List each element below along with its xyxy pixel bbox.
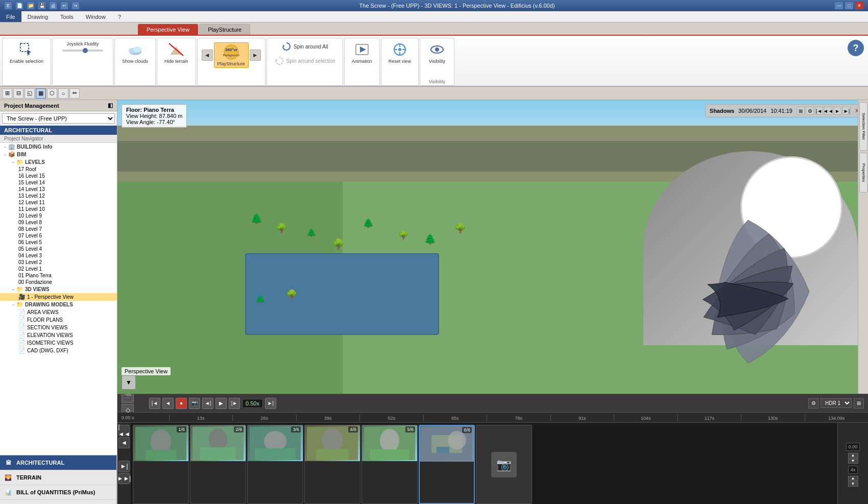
next-nav-button[interactable]: ►	[250, 50, 261, 61]
toolbar-btn-1[interactable]: ⊞	[2, 88, 12, 99]
collapse-icon[interactable]: ◧	[108, 102, 113, 109]
tree-3d-views[interactable]: − 📁 3D VIEWS	[0, 285, 117, 293]
tree-perspective-view[interactable]: 🎥 1 - Perspective View	[0, 293, 117, 301]
spin-around-selection-button[interactable]: Spin around selection	[271, 55, 339, 67]
tree-level-03[interactable]: 03 Level 2	[0, 259, 117, 266]
spin-around-all-button[interactable]: Spin around All	[278, 40, 331, 53]
tl-capture-btn[interactable]: 📷	[189, 398, 200, 409]
tree-level-05[interactable]: 05 Level 4	[0, 246, 117, 252]
tl-rewind-btn[interactable]: ◄	[162, 398, 174, 409]
tree-level-07[interactable]: 07 Level 6	[0, 232, 117, 239]
tree-cad[interactable]: 📄 CAD (DWG, DXF)	[0, 347, 117, 354]
3d-viewport[interactable]: 🌲 🌳 🌲 🌳 🌲 🌳 🌲 🌳 🌲 🌳 Floor: Piano Terra V…	[117, 100, 868, 394]
animation-button[interactable]: Animation	[349, 40, 375, 65]
shadows-settings-btn[interactable]: ⚙	[806, 107, 814, 115]
undo-icon[interactable]: ↩	[60, 2, 68, 10]
tl-play-btn[interactable]: ▶	[215, 398, 227, 409]
tree-building-info[interactable]: − 🏢 BUILDING Info	[0, 143, 117, 151]
prev-nav-button[interactable]: ◄	[202, 50, 213, 61]
hdr-extra-btn[interactable]: ⊞	[854, 398, 864, 409]
tree-elevation-views[interactable]: 📄 ELEVATION VIEWS	[0, 331, 117, 339]
nav-down-btn[interactable]: ▼	[122, 375, 136, 390]
bim-connection-nav-item[interactable]: 🔗 BIM connection...	[0, 500, 116, 504]
hdr-selector[interactable]: HDR 1	[821, 398, 852, 408]
tools-menu[interactable]: Tools	[54, 11, 80, 22]
toolbar-btn-7[interactable]: ✏	[69, 88, 80, 99]
tree-level-11[interactable]: 11 Level 10	[0, 206, 117, 212]
help-menu[interactable]: ?	[112, 11, 127, 22]
tree-area-views[interactable]: 📄 AREA VIEWS	[0, 308, 117, 316]
shadows-prev-btn[interactable]: ⊞	[797, 107, 805, 115]
tree-level-12[interactable]: 12 Level 11	[0, 199, 117, 206]
thumbnail-2[interactable]: 2/6	[190, 425, 246, 504]
show-clouds-button[interactable]: Show clouds	[119, 40, 151, 65]
properties-tab[interactable]: Properties	[859, 153, 867, 193]
counter-up-btn[interactable]: ▲	[848, 453, 858, 458]
tl-end-btn[interactable]: ►|	[265, 398, 276, 409]
tab-playstructure[interactable]: PlayStructure	[199, 24, 250, 35]
tree-level-17[interactable]: 17 Roof	[0, 166, 117, 173]
tl-prev-key-btn[interactable]: ◄|	[202, 398, 213, 409]
tree-bim[interactable]: − 📦 BIM	[0, 151, 117, 158]
multiplier-down-btn[interactable]: ▼	[848, 482, 858, 487]
tl-nav-first-btn[interactable]: |◄◄	[118, 425, 130, 436]
counter-down-btn[interactable]: ▼	[848, 459, 858, 464]
open-icon[interactable]: 📁	[27, 2, 35, 10]
architectural-nav-item[interactable]: 🏛 ARCHITECTURAL	[0, 455, 116, 470]
hdr-icon[interactable]: ⚙	[808, 398, 818, 409]
360vr-button[interactable]: 360°vrBackground PlayStructure	[214, 42, 249, 68]
tl-next-key-btn[interactable]: |►	[229, 398, 240, 409]
toolbar-btn-4[interactable]: ▦	[36, 88, 46, 99]
toolbar-btn-6[interactable]: ○	[58, 88, 68, 99]
tree-section-views[interactable]: 📄 SECTION VIEWS	[0, 324, 117, 331]
toolbar-btn-2[interactable]: ⊟	[13, 88, 23, 99]
tl-record-btn[interactable]: ●	[176, 398, 187, 409]
thumbnail-3[interactable]: 3/6	[247, 425, 303, 504]
tl-nav-last-btn[interactable]: ►|	[118, 461, 130, 472]
maximize-button[interactable]: □	[845, 2, 854, 10]
tree-level-08[interactable]: 08 Level 7	[0, 226, 117, 232]
redo-icon[interactable]: ↪	[71, 2, 80, 10]
save-icon[interactable]: 💾	[38, 2, 46, 10]
tree-drawing-models[interactable]: − 📁 DRAWING MODELS	[0, 301, 117, 308]
tree-level-13[interactable]: 13 Level 12	[0, 193, 117, 199]
architectural-section[interactable]: ARCHITECTURAL	[0, 126, 117, 135]
reset-view-button[interactable]: Reset view	[385, 40, 414, 65]
toolbar-btn-5[interactable]: ⬡	[47, 88, 57, 99]
minimize-button[interactable]: —	[834, 2, 843, 10]
thumbnail-5[interactable]: 5/6	[361, 425, 418, 504]
file-menu[interactable]: File	[0, 11, 21, 22]
tab-perspective-view[interactable]: Perspective View	[138, 24, 198, 35]
new-icon[interactable]: 📄	[15, 2, 23, 10]
close-button[interactable]: ✕	[855, 2, 864, 10]
tree-level-06[interactable]: 06 Level 5	[0, 239, 117, 246]
tree-isometric-views[interactable]: 📄 ISOMETRIC VIEWS	[0, 339, 117, 347]
tree-level-09[interactable]: 09 Level 8	[0, 219, 117, 226]
enable-selection-button[interactable]: Enable selection	[7, 40, 46, 65]
thumbnail-1[interactable]: 1/6	[133, 425, 189, 504]
bill-nav-item[interactable]: 📊 BILL of QUANTITIES (PriMus)	[0, 485, 116, 500]
tl-prev-frame-btn[interactable]: |◄	[149, 398, 160, 409]
tree-levels[interactable]: − 📁 LEVELS	[0, 158, 117, 166]
toolbar-btn-3[interactable]: ◱	[25, 88, 35, 99]
shadows-next-btn[interactable]: ►	[833, 107, 841, 115]
window-menu[interactable]: Window	[80, 11, 112, 22]
tree-level-02[interactable]: 02 Level 1	[0, 266, 117, 272]
multiplier-up-btn[interactable]: ▲	[848, 476, 858, 481]
visibility-button[interactable]: Visibility	[424, 40, 450, 65]
tl-nav-prev-btn[interactable]: ◄	[118, 437, 130, 448]
tree-level-10[interactable]: 10 Level 9	[0, 212, 117, 219]
selection-filter-tab[interactable]: Selection Filter	[859, 102, 867, 151]
print-icon[interactable]: 🖨	[49, 2, 57, 10]
thumbnail-6[interactable]: 6/6	[419, 425, 475, 504]
project-selector[interactable]: The Screw - (Free UPP)	[2, 113, 115, 124]
tree-level-15[interactable]: 15 Level 14	[0, 179, 117, 186]
shadows-last-btn[interactable]: ►|	[842, 107, 851, 115]
tree-level-16[interactable]: 16 Level 15	[0, 173, 117, 179]
tl-nav-next-btn[interactable]: ►►|	[118, 473, 130, 484]
shadows-play-btn[interactable]: |◄	[815, 107, 823, 115]
hide-terrain-button[interactable]: Hide terrain	[161, 40, 191, 65]
tree-level-01[interactable]: 01 Piano Terra	[0, 272, 117, 279]
thumbnail-4[interactable]: 4/6	[304, 425, 360, 504]
drawing-menu[interactable]: Drawing	[21, 11, 54, 22]
